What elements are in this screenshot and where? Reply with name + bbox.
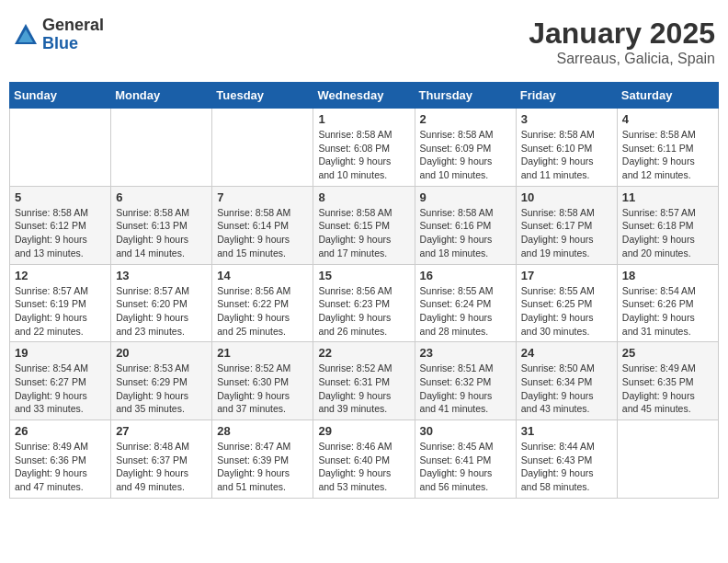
day-number: 23 [420, 346, 511, 360]
day-info: Sunrise: 8:55 AM Sunset: 6:24 PM Dayligh… [420, 284, 511, 339]
day-info: Sunrise: 8:50 AM Sunset: 6:34 PM Dayligh… [521, 362, 612, 416]
day-info: Sunrise: 8:58 AM Sunset: 6:14 PM Dayligh… [217, 206, 308, 260]
day-number: 10 [521, 190, 612, 204]
calendar-cell: 7Sunrise: 8:58 AM Sunset: 6:14 PM Daylig… [212, 186, 313, 264]
weekday-header-row: SundayMondayTuesdayWednesdayThursdayFrid… [10, 83, 719, 109]
calendar: SundayMondayTuesdayWednesdayThursdayFrid… [9, 82, 719, 499]
day-info: Sunrise: 8:58 AM Sunset: 6:15 PM Dayligh… [318, 206, 409, 260]
location-title: Sarreaus, Galicia, Spain [529, 51, 715, 67]
day-number: 2 [420, 112, 511, 126]
weekday-header-saturday: Saturday [617, 83, 718, 109]
day-info: Sunrise: 8:48 AM Sunset: 6:37 PM Dayligh… [116, 440, 207, 494]
day-info: Sunrise: 8:54 AM Sunset: 6:26 PM Dayligh… [622, 284, 713, 339]
day-number: 9 [420, 190, 511, 204]
day-info: Sunrise: 8:57 AM Sunset: 6:19 PM Dayligh… [15, 284, 106, 339]
day-number: 12 [15, 269, 106, 282]
day-info: Sunrise: 8:58 AM Sunset: 6:12 PM Dayligh… [15, 206, 106, 260]
logo: General Blue [13, 17, 104, 53]
calendar-cell: 22Sunrise: 8:52 AM Sunset: 6:31 PM Dayli… [313, 342, 415, 420]
calendar-cell: 16Sunrise: 8:55 AM Sunset: 6:24 PM Dayli… [415, 264, 516, 342]
calendar-cell: 15Sunrise: 8:56 AM Sunset: 6:23 PM Dayli… [313, 264, 415, 342]
calendar-cell: 27Sunrise: 8:48 AM Sunset: 6:37 PM Dayli… [111, 420, 212, 499]
day-info: Sunrise: 8:47 AM Sunset: 6:39 PM Dayligh… [217, 440, 308, 494]
day-number: 28 [217, 424, 308, 438]
calendar-cell: 9Sunrise: 8:58 AM Sunset: 6:16 PM Daylig… [415, 186, 516, 264]
calendar-cell: 21Sunrise: 8:52 AM Sunset: 6:30 PM Dayli… [212, 342, 313, 420]
calendar-cell: 14Sunrise: 8:56 AM Sunset: 6:22 PM Dayli… [212, 264, 313, 342]
day-number: 7 [217, 190, 308, 204]
day-info: Sunrise: 8:58 AM Sunset: 6:17 PM Dayligh… [521, 206, 612, 260]
calendar-cell: 25Sunrise: 8:49 AM Sunset: 6:35 PM Dayli… [617, 342, 718, 420]
weekday-header-tuesday: Tuesday [212, 83, 313, 109]
calendar-week-row: 26Sunrise: 8:49 AM Sunset: 6:36 PM Dayli… [10, 420, 719, 499]
weekday-header-wednesday: Wednesday [313, 83, 415, 109]
day-info: Sunrise: 8:45 AM Sunset: 6:41 PM Dayligh… [420, 440, 511, 494]
calendar-week-row: 12Sunrise: 8:57 AM Sunset: 6:19 PM Dayli… [10, 264, 719, 342]
calendar-cell: 5Sunrise: 8:58 AM Sunset: 6:12 PM Daylig… [10, 186, 111, 264]
calendar-cell: 17Sunrise: 8:55 AM Sunset: 6:25 PM Dayli… [516, 264, 617, 342]
day-number: 11 [622, 190, 713, 204]
day-info: Sunrise: 8:56 AM Sunset: 6:23 PM Dayligh… [318, 284, 409, 339]
calendar-cell: 29Sunrise: 8:46 AM Sunset: 6:40 PM Dayli… [313, 420, 415, 499]
calendar-cell [617, 420, 718, 499]
calendar-cell [111, 109, 212, 187]
day-info: Sunrise: 8:57 AM Sunset: 6:20 PM Dayligh… [116, 284, 207, 339]
day-number: 6 [116, 190, 207, 204]
calendar-cell: 23Sunrise: 8:51 AM Sunset: 6:32 PM Dayli… [415, 342, 516, 420]
weekday-header-thursday: Thursday [415, 83, 516, 109]
day-info: Sunrise: 8:58 AM Sunset: 6:16 PM Dayligh… [420, 206, 511, 260]
day-info: Sunrise: 8:51 AM Sunset: 6:32 PM Dayligh… [420, 362, 511, 416]
day-number: 26 [15, 424, 106, 438]
calendar-cell: 4Sunrise: 8:58 AM Sunset: 6:11 PM Daylig… [617, 109, 718, 187]
day-info: Sunrise: 8:58 AM Sunset: 6:08 PM Dayligh… [318, 128, 409, 182]
day-info: Sunrise: 8:58 AM Sunset: 6:11 PM Dayligh… [622, 128, 713, 182]
calendar-cell: 2Sunrise: 8:58 AM Sunset: 6:09 PM Daylig… [415, 109, 516, 187]
day-info: Sunrise: 8:49 AM Sunset: 6:35 PM Dayligh… [622, 362, 713, 416]
calendar-cell: 31Sunrise: 8:44 AM Sunset: 6:43 PM Dayli… [516, 420, 617, 499]
day-number: 18 [622, 269, 713, 282]
day-number: 29 [318, 424, 409, 438]
header: General Blue January 2025 Sarreaus, Gali… [9, 9, 719, 75]
day-number: 3 [521, 112, 612, 126]
calendar-cell: 13Sunrise: 8:57 AM Sunset: 6:20 PM Dayli… [111, 264, 212, 342]
calendar-cell: 8Sunrise: 8:58 AM Sunset: 6:15 PM Daylig… [313, 186, 415, 264]
day-number: 4 [622, 112, 713, 126]
logo-icon [13, 22, 39, 48]
calendar-cell: 28Sunrise: 8:47 AM Sunset: 6:39 PM Dayli… [212, 420, 313, 499]
day-number: 31 [521, 424, 612, 438]
calendar-cell [10, 109, 111, 187]
calendar-cell: 19Sunrise: 8:54 AM Sunset: 6:27 PM Dayli… [10, 342, 111, 420]
day-number: 20 [116, 346, 207, 360]
day-info: Sunrise: 8:55 AM Sunset: 6:25 PM Dayligh… [521, 284, 612, 339]
day-number: 19 [15, 346, 106, 360]
day-number: 14 [217, 269, 308, 282]
calendar-cell: 11Sunrise: 8:57 AM Sunset: 6:18 PM Dayli… [617, 186, 718, 264]
day-number: 16 [420, 269, 511, 282]
day-number: 24 [521, 346, 612, 360]
day-number: 22 [318, 346, 409, 360]
day-info: Sunrise: 8:52 AM Sunset: 6:31 PM Dayligh… [318, 362, 409, 416]
day-info: Sunrise: 8:53 AM Sunset: 6:29 PM Dayligh… [116, 362, 207, 416]
day-info: Sunrise: 8:57 AM Sunset: 6:18 PM Dayligh… [622, 206, 713, 260]
calendar-cell [212, 109, 313, 187]
weekday-header-friday: Friday [516, 83, 617, 109]
day-number: 27 [116, 424, 207, 438]
day-info: Sunrise: 8:58 AM Sunset: 6:10 PM Dayligh… [521, 128, 612, 182]
month-title: January 2025 [529, 17, 715, 51]
calendar-cell: 18Sunrise: 8:54 AM Sunset: 6:26 PM Dayli… [617, 264, 718, 342]
day-info: Sunrise: 8:44 AM Sunset: 6:43 PM Dayligh… [521, 440, 612, 494]
logo-blue: Blue [42, 35, 104, 53]
weekday-header-sunday: Sunday [10, 83, 111, 109]
logo-general: General [42, 17, 104, 35]
calendar-cell: 26Sunrise: 8:49 AM Sunset: 6:36 PM Dayli… [10, 420, 111, 499]
day-number: 21 [217, 346, 308, 360]
logo-text: General Blue [42, 17, 104, 53]
day-info: Sunrise: 8:58 AM Sunset: 6:13 PM Dayligh… [116, 206, 207, 260]
day-number: 5 [15, 190, 106, 204]
day-info: Sunrise: 8:56 AM Sunset: 6:22 PM Dayligh… [217, 284, 308, 339]
calendar-cell: 6Sunrise: 8:58 AM Sunset: 6:13 PM Daylig… [111, 186, 212, 264]
calendar-cell: 12Sunrise: 8:57 AM Sunset: 6:19 PM Dayli… [10, 264, 111, 342]
title-area: January 2025 Sarreaus, Galicia, Spain [529, 17, 715, 67]
calendar-week-row: 5Sunrise: 8:58 AM Sunset: 6:12 PM Daylig… [10, 186, 719, 264]
day-number: 17 [521, 269, 612, 282]
